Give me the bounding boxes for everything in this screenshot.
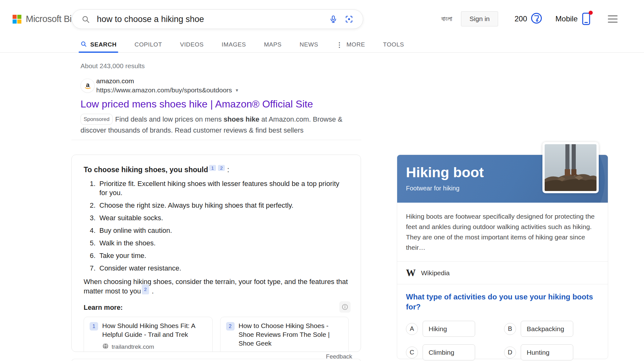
ad-url[interactable]: https://www.amazon.com/buy/sports&outdoo… [96,86,232,94]
option-letter-a[interactable]: A [406,323,418,335]
tab-tools[interactable]: TOOLS [383,41,404,48]
globe-icon [239,352,245,352]
option-button-hunting[interactable]: Hunting [521,344,573,360]
tab-images[interactable]: IMAGES [222,41,246,48]
tab-videos[interactable]: VIDEOS [180,41,203,48]
tab-search[interactable]: SEARCH [80,41,117,49]
answer-step: Take your time. [97,251,349,260]
tab-maps[interactable]: MAPS [264,41,281,48]
microphone-icon[interactable] [329,15,338,24]
globe-icon [102,343,109,351]
tab-news[interactable]: NEWS [300,41,318,48]
rewards-medal-icon [530,12,543,26]
more-dots-icon: ⋮ [336,41,343,48]
wikipedia-source-row[interactable]: W Wikipedia [397,262,608,284]
citation-badge-2[interactable]: 2 [142,284,149,294]
citation-badge-2[interactable]: 2 [218,165,225,171]
visual-search-camera-icon[interactable] [345,15,353,24]
microsoft-logo-icon [13,15,21,24]
search-nav-bar: SEARCH COPILOT VIDEOS IMAGES MAPS NEWS ⋮… [0,37,644,53]
rewards-counter[interactable]: 200 [514,12,543,26]
ad-title-link[interactable]: Low priced mens shoes hike | Amazon® Off… [80,98,313,110]
answer-heading: To choose hiking shoes, you should12: [84,166,349,174]
hamburger-menu-icon[interactable] [607,14,619,24]
results-count: About 243,000 results [80,62,145,70]
bing-logo[interactable]: Microsoft Bing [13,14,81,24]
header-right-cluster: বাংলা Sign in 200 Mobile [441,9,619,29]
amazon-favicon[interactable]: a [80,79,95,93]
qna-section: What type of activities do you use your … [397,284,608,360]
source-label: Wikipedia [421,269,450,277]
answer-step: Prioritize fit. Excellent hiking shoes w… [97,179,349,197]
tab-copilot[interactable]: COPILOT [135,41,162,48]
answer-card: To choose hiking shoes, you should12: Pr… [71,155,361,352]
ad-description: SponsoredFind deals and low prices on me… [80,114,352,135]
language-selector[interactable]: বাংলা [441,15,452,23]
ad-site-name[interactable]: amazon.com [96,77,134,85]
citation-card-1[interactable]: 1 How Should Hiking Shoes Fit: A Helpful… [84,317,213,352]
citation-number: 1 [90,322,98,331]
option-button-hiking[interactable]: Hiking [423,321,475,337]
citation-cards: 1 How Should Hiking Shoes Fit: A Helpful… [84,317,349,352]
search-input[interactable] [97,14,322,24]
phone-icon [581,12,591,25]
sponsored-badge: Sponsored [80,114,113,125]
citation-badge-1[interactable]: 1 [209,165,216,171]
option-button-backpacking[interactable]: Backpacking [521,321,573,337]
option-letter-c[interactable]: C [406,347,418,358]
ad-url-row: https://www.amazon.com/buy/sports&outdoo… [96,86,239,94]
answer-step: Buy online with caution. [97,226,349,235]
option-button-climbing[interactable]: Climbing [423,344,475,360]
search-bar[interactable] [72,9,363,29]
learn-more-label: Learn more: [84,304,123,311]
qna-option-d: D Hunting [504,344,599,360]
search-icon [81,15,90,24]
entity-image[interactable] [542,142,599,193]
citation-number: 2 [226,322,235,331]
tab-more[interactable]: ⋮ MORE [336,41,365,48]
citation-domain: trailandtrek.com [112,343,154,350]
answer-step: Wear suitable socks. [97,213,349,222]
search-tab-icon [80,41,87,49]
notification-dot [589,11,593,15]
qna-options: A Hiking B Backpacking C Climbing D Hunt… [406,321,599,360]
answer-step: Walk in the shoes. [97,238,349,248]
learn-more-row: Learn more: [84,304,349,312]
qna-option-a: A Hiking [406,321,501,337]
qna-option-b: B Backpacking [504,321,599,337]
citation-title: How to Choose Hiking Shoes - Shoe Review… [239,321,343,348]
answer-step: Consider water resistance. [97,264,349,273]
sign-in-button[interactable]: Sign in [461,11,498,26]
results-divider [71,140,361,140]
citation-card-2[interactable]: 2 How to Choose Hiking Shoes - Shoe Revi… [220,317,349,352]
option-letter-b[interactable]: B [504,323,516,335]
entity-description: Hiking boots are footwear specifically d… [397,203,608,262]
rewards-points: 200 [514,14,527,23]
knowledge-panel: Hiking boot Footwear for hiking Hiking b… [397,155,608,359]
mobile-menu[interactable]: Mobile [555,12,591,25]
answer-closing: When choosing hiking shoes, consider the… [84,277,349,297]
url-caret-icon[interactable]: ▼ [235,88,239,93]
next-result-card-edge [71,359,361,361]
svg-text:a: a [86,81,90,88]
qna-question[interactable]: What type of activities do you use your … [406,292,599,312]
answer-step: Choose the right size. Always buy hiking… [97,201,349,210]
qna-option-c: C Climbing [406,344,501,360]
wikipedia-icon: W [406,268,416,278]
info-icon[interactable] [339,301,351,313]
answer-steps-list: Prioritize fit. Excellent hiking shoes w… [84,179,349,273]
citation-title: How Should Hiking Shoes Fit: A Helpful G… [102,321,207,339]
option-letter-d[interactable]: D [504,347,516,358]
mobile-label: Mobile [555,14,578,23]
active-tab-underline [79,52,118,53]
